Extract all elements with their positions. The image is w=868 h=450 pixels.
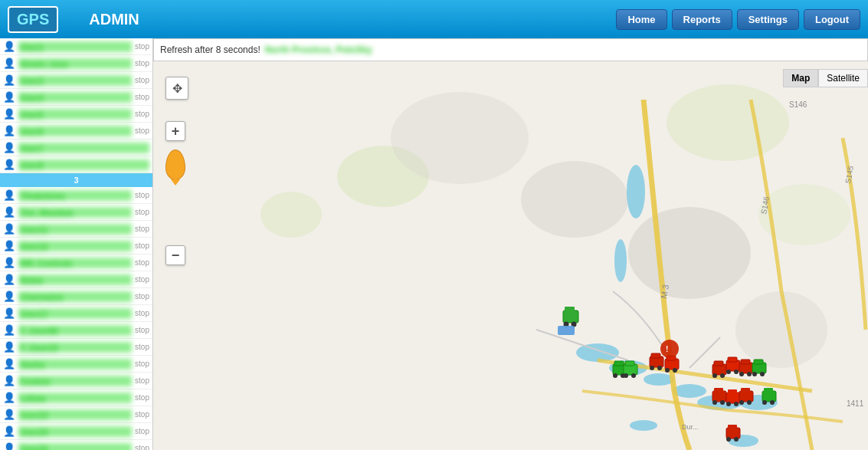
pan-control[interactable]: ✥	[165, 77, 188, 100]
status-badge: stop	[135, 309, 149, 317]
vehicle-name: User7	[18, 143, 149, 153]
svg-point-67	[739, 400, 744, 405]
list-item[interactable]: 👤User24stop	[0, 423, 152, 440]
svg-rect-58	[714, 388, 723, 393]
settings-button[interactable]: Settings	[737, 9, 799, 30]
list-item[interactable]: 👤User4stop	[0, 89, 152, 106]
svg-point-47	[726, 370, 731, 374]
svg-rect-57	[712, 391, 726, 402]
person-icon: 👤	[3, 91, 15, 103]
page-title: ADMIN	[74, 11, 616, 28]
list-item[interactable]: 👤T_User19stop	[0, 339, 152, 356]
svg-rect-73	[563, 310, 578, 323]
list-item[interactable]: 👤Tlhabologostop	[0, 187, 152, 204]
person-icon: 👤	[3, 74, 15, 86]
person-icon: 👤	[3, 358, 15, 370]
svg-point-43	[712, 373, 717, 378]
status-badge: stop	[135, 376, 149, 385]
person-icon: 👤	[3, 341, 15, 353]
list-item[interactable]: 👤User25stop	[0, 440, 152, 450]
svg-point-31	[665, 368, 670, 373]
list-item[interactable]: 👤Lekwastop	[0, 389, 152, 406]
vehicle-name: Sasha	[18, 359, 132, 370]
svg-rect-66	[741, 388, 750, 393]
svg-point-6	[521, 161, 628, 238]
svg-rect-42	[714, 361, 723, 366]
list-item[interactable]: 👤User17stop	[0, 305, 152, 322]
person-icon: 👤	[3, 206, 15, 218]
svg-rect-78	[726, 428, 740, 439]
person-icon: 👤	[3, 392, 15, 403]
vehicle-name: User4	[18, 92, 132, 103]
svg-text:!: !	[666, 345, 668, 353]
svg-point-82	[660, 340, 679, 358]
list-item[interactable]: 👤User11stop	[0, 221, 152, 238]
list-item[interactable]: 👤User7	[0, 140, 152, 156]
sidebar-section-header: 3	[0, 173, 152, 187]
person-icon: 👤	[3, 189, 15, 201]
status-badge: stop	[135, 126, 149, 135]
status-badge: stop	[135, 444, 149, 450]
vehicle-name: User17	[18, 308, 132, 319]
svg-point-48	[734, 370, 739, 374]
map-container[interactable]: Refresh after 8 seconds! North Province,…	[153, 38, 868, 450]
list-item[interactable]: 👤User1stop	[0, 38, 152, 55]
svg-point-80	[726, 437, 731, 442]
vehicle-name: User3	[18, 75, 132, 86]
list-item[interactable]: 👤T_User88stop	[0, 322, 152, 339]
zoom-in-button[interactable]: +	[165, 121, 185, 141]
list-item[interactable]: 👤Nokiastop	[0, 271, 152, 288]
svg-point-5	[628, 207, 751, 299]
reports-button[interactable]: Reports	[672, 9, 732, 30]
status-badge: stop	[135, 93, 149, 101]
vehicle-name: User23	[18, 409, 132, 420]
status-badge: stop	[135, 42, 149, 51]
svg-rect-74	[565, 307, 575, 312]
svg-point-10	[614, 239, 627, 282]
svg-point-2	[260, 192, 322, 238]
svg-rect-79	[728, 425, 737, 429]
svg-point-7	[735, 291, 827, 368]
vehicle-name: Charmaine	[18, 291, 132, 302]
list-item[interactable]: 👤Charmainestop	[0, 288, 152, 305]
list-item[interactable]: 👤User12stop	[0, 238, 152, 255]
map-toggle-map[interactable]: Map	[783, 69, 818, 87]
vehicle-name: User12	[18, 241, 132, 251]
list-item[interactable]: 👤Sashastop	[0, 356, 152, 373]
home-button[interactable]: Home	[616, 9, 667, 30]
svg-point-27	[650, 366, 654, 370]
street-view-button[interactable]	[165, 149, 185, 180]
pan-button[interactable]: ✥	[165, 77, 188, 100]
status-badge: stop	[135, 191, 149, 199]
svg-point-3	[667, 84, 789, 161]
status-badge: stop	[135, 326, 149, 334]
street-view-icon[interactable]	[165, 149, 185, 180]
status-badge: stop	[135, 208, 149, 216]
sidebar: 👤User1stop👤Single_Userstop👤User3stop👤Use…	[0, 38, 153, 450]
list-item[interactable]: 👤RM_Controlsstop	[0, 255, 152, 271]
svg-text:Dur...: Dur...	[682, 423, 699, 431]
list-item[interactable]: 👤User23stop	[0, 406, 152, 423]
svg-rect-69	[762, 391, 776, 402]
list-item[interactable]: 👤Single_Userstop	[0, 55, 152, 72]
zoom-out-button[interactable]: −	[165, 245, 185, 265]
list-item[interactable]: 👤User6stop	[0, 123, 152, 140]
person-icon: 👤	[3, 125, 15, 136]
list-item[interactable]: 👤The_Mandowstop	[0, 204, 152, 221]
map-svg: M 3 S146 S145 S146 Dur... 1411	[153, 61, 868, 450]
svg-point-59	[712, 400, 717, 405]
list-item[interactable]: 👤User8	[0, 156, 152, 173]
refresh-bar: Refresh after 8 seconds! North Province,…	[153, 38, 868, 61]
svg-point-8	[391, 92, 529, 184]
svg-point-39	[624, 373, 628, 378]
header: GPS ADMIN Home Reports Settings Logout	[0, 0, 868, 38]
vehicle-name: User11	[18, 224, 132, 235]
logout-button[interactable]: Logout	[804, 9, 860, 30]
list-item[interactable]: 👤User3stop	[0, 72, 152, 89]
svg-point-17	[630, 420, 657, 431]
map-toggle-satellite[interactable]: Satellite	[818, 69, 868, 87]
svg-point-72	[770, 400, 775, 405]
svg-rect-46	[728, 357, 737, 362]
list-item[interactable]: 👤User5stop	[0, 106, 152, 123]
list-item[interactable]: 👤Fonteinstop	[0, 373, 152, 389]
